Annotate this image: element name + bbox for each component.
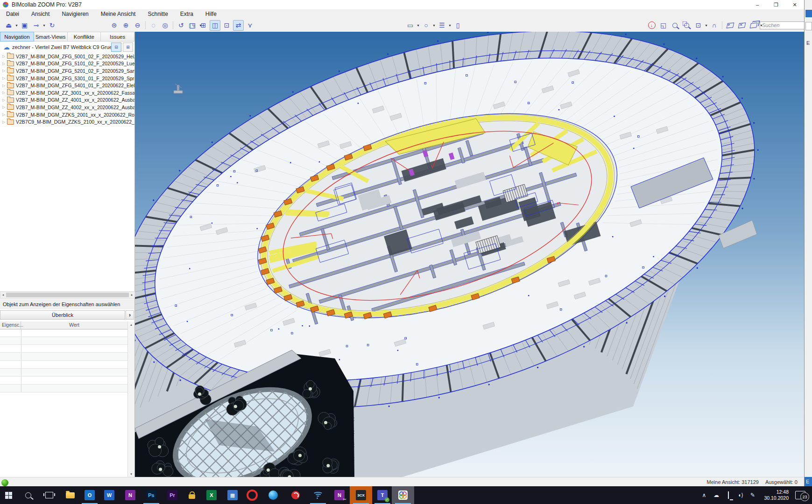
- project-row[interactable]: ☁ zechner - Viertel Zwei B7 Weitblick C9…: [0, 42, 134, 53]
- onenote-clipper-icon[interactable]: N✂: [328, 486, 351, 504]
- rotate-view-button[interactable]: ↺: [176, 20, 186, 31]
- save-button[interactable]: ▣: [19, 20, 30, 31]
- perspective-view-button[interactable]: ⊡: [221, 20, 232, 31]
- elevation-view-button[interactable]: ◫: [210, 20, 220, 31]
- model-tree-item[interactable]: ▷V2B7_M-BIM_DGM_ZFG_5001_02_F_20200529_H…: [0, 53, 134, 60]
- section-box-button[interactable]: ▢: [186, 20, 197, 31]
- outlook-icon[interactable]: O: [78, 486, 101, 504]
- property-row[interactable]: [0, 337, 127, 345]
- model-tree-item[interactable]: ▷V2B7_M-BIM_DGM_ZFG_5401_01_F_20200622_E…: [0, 82, 134, 89]
- onedrive-icon[interactable]: ☁: [710, 492, 722, 498]
- save-viewpoint-button[interactable]: ∩: [709, 20, 720, 31]
- measure-button[interactable]: ▭: [405, 20, 416, 31]
- photoshop-icon[interactable]: Ps: [140, 486, 162, 504]
- expand-icon[interactable]: ▷: [2, 120, 7, 124]
- model-tree-item[interactable]: ▷V2B7_M-BIM_DGM_ZZ_4002_xx_x_20200622_Au…: [0, 104, 134, 111]
- search-button[interactable]: [17, 486, 39, 504]
- reload-models-button[interactable]: ↻: [47, 20, 57, 31]
- expand-icon[interactable]: ▷: [2, 98, 7, 102]
- property-row[interactable]: [0, 377, 127, 385]
- model-tree-item[interactable]: ▷V2B7_M-BIM_DGM_ZFG_5201_02_F_20200529_S…: [0, 67, 134, 75]
- menu-meine-ansicht[interactable]: Meine Ansicht: [95, 9, 142, 19]
- word-icon[interactable]: W: [98, 486, 120, 504]
- overview-bar[interactable]: Überblick: [0, 310, 125, 320]
- task-view-button[interactable]: [38, 486, 60, 504]
- property-row[interactable]: [0, 385, 127, 392]
- expand-icon[interactable]: ▷: [2, 84, 7, 88]
- model-tree-item[interactable]: ▷V2B7_M-BIM_DGM_ZZ_4001_xx_x_20200622_Au…: [0, 97, 134, 104]
- remove-smartview-button[interactable]: ✕: [736, 20, 747, 31]
- volume-icon[interactable]: ◖⟩: [734, 492, 747, 498]
- dropdown-caret-icon[interactable]: ▾: [416, 23, 420, 28]
- property-row[interactable]: [0, 353, 127, 361]
- dropdown-caret-icon[interactable]: ▾: [42, 23, 46, 28]
- zoom-selection-button[interactable]: [681, 20, 692, 31]
- fly-mode-button[interactable]: ⋎: [245, 20, 255, 31]
- share-link-button[interactable]: ⊸: [31, 20, 42, 31]
- pen-icon[interactable]: ✎: [747, 492, 759, 498]
- property-row[interactable]: [0, 369, 127, 377]
- maximize-button[interactable]: ❐: [767, 0, 785, 9]
- overview-expand-button[interactable]: ›: [126, 310, 134, 320]
- tree-view-toggle[interactable]: ⊟: [111, 42, 121, 52]
- network-icon[interactable]: [722, 492, 734, 498]
- notification-center-icon[interactable]: 23: [795, 491, 805, 499]
- menu-extra[interactable]: Extra: [174, 9, 199, 19]
- expand-icon[interactable]: ▷: [2, 76, 7, 80]
- calculator-icon[interactable]: ▦: [221, 486, 244, 504]
- expand-icon[interactable]: ▷: [2, 69, 7, 73]
- onenote-icon[interactable]: N: [119, 486, 141, 504]
- viewpoints-button[interactable]: ⊡: [693, 20, 704, 31]
- orbit-shaded-button[interactable]: ◎: [160, 20, 170, 31]
- minimize-button[interactable]: –: [748, 0, 767, 9]
- bimcollab-zoom-icon[interactable]: [392, 486, 414, 504]
- scroll-down-arrow[interactable]: ▾: [128, 471, 134, 477]
- green-status-orb[interactable]: [1, 479, 8, 486]
- premiere-icon[interactable]: Pr: [161, 486, 184, 504]
- menu-hilfe[interactable]: Hilfe: [199, 9, 223, 19]
- dropdown-caret-icon[interactable]: ▾: [14, 23, 19, 28]
- model-tree-item[interactable]: ▷V2B7C9_M-BIM_DGM_ZZKS_2100_xx_x_2020062…: [0, 118, 134, 126]
- menu-navigieren[interactable]: Navigieren: [56, 9, 94, 19]
- menu-ansicht[interactable]: Ansicht: [25, 9, 56, 19]
- property-row[interactable]: [0, 361, 127, 369]
- scroll-up-arrow[interactable]: ▴: [128, 322, 134, 328]
- tray-chevron-icon[interactable]: ∧: [698, 492, 710, 498]
- file-explorer-icon[interactable]: [59, 486, 81, 504]
- zoom-window-button[interactable]: [670, 20, 680, 31]
- expand-icon[interactable]: ▷: [2, 91, 7, 95]
- dropdown-caret-icon[interactable]: ▾: [759, 23, 763, 28]
- issue-marker-button[interactable]: ↓: [646, 20, 657, 31]
- model-tree-item[interactable]: ▷V2B7_M-BIM_DGM_ZZ_3001_xx_x_20200622_Fa…: [0, 89, 134, 97]
- expand-icon[interactable]: ▷: [2, 105, 7, 109]
- orbit-button[interactable]: ◌: [148, 20, 159, 31]
- wifi-icon[interactable]: [307, 486, 329, 504]
- smartview-sets-button[interactable]: [748, 20, 759, 31]
- capture-tool-icon[interactable]: [284, 486, 307, 504]
- walk-mode-button[interactable]: ⇄: [233, 20, 244, 31]
- close-button[interactable]: ✕: [785, 0, 804, 9]
- 3d-viewport[interactable]: [135, 32, 804, 477]
- dropdown-caret-icon[interactable]: ▾: [704, 23, 708, 28]
- dropdown-caret-icon[interactable]: ▾: [432, 23, 436, 28]
- menu-schnitte[interactable]: Schnitte: [141, 9, 174, 19]
- model-tree-item[interactable]: ▷V2B7_M-BIM_DGM_ZFG_5101_02_F_20200529_L…: [0, 60, 134, 68]
- tab-issues[interactable]: Issues: [101, 32, 134, 42]
- property-row[interactable]: [0, 345, 127, 353]
- menu-datei[interactable]: Datei: [0, 9, 25, 19]
- teams-icon[interactable]: T✓: [371, 486, 394, 504]
- expand-icon[interactable]: ▷: [2, 112, 7, 117]
- password-safe-icon[interactable]: [181, 486, 203, 504]
- scroll-left-arrow[interactable]: ◂: [0, 293, 6, 297]
- tab-navigation[interactable]: Navigation: [0, 32, 34, 42]
- search-input[interactable]: [760, 21, 805, 29]
- annotate-ellipse-button[interactable]: ○: [421, 20, 431, 31]
- model-tree-item[interactable]: ▷V2B7_M-BIM_DGM_ZFG_5301_01_F_20200529_S…: [0, 75, 134, 82]
- clock[interactable]: 12:48 30.10.2020: [759, 489, 789, 501]
- tab-smart-views[interactable]: Smart-Views: [34, 32, 68, 42]
- fit-view-button[interactable]: ◱: [658, 20, 669, 31]
- model-tree-item[interactable]: ▷V2B7_M-BIM_DGM_ZZKS_2001_xx_x_20200622_…: [0, 111, 134, 119]
- expand-icon[interactable]: ▷: [2, 54, 7, 58]
- properties-vertical-scrollbar[interactable]: ▴ ▾: [127, 322, 134, 477]
- excel-icon[interactable]: X: [200, 486, 223, 504]
